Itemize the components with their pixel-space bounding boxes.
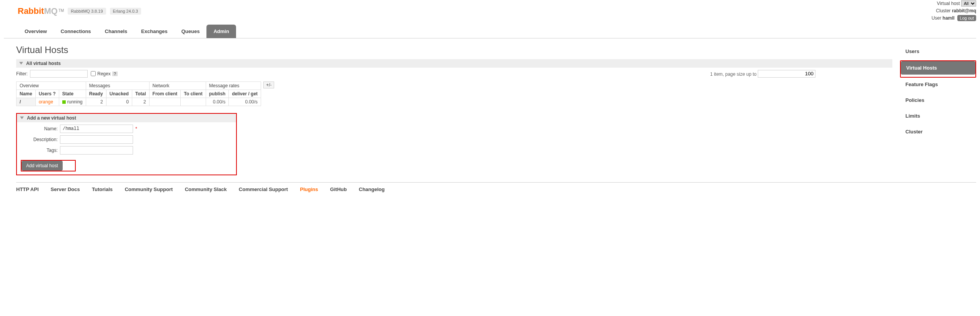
footer-changelog[interactable]: Changelog — [359, 186, 384, 192]
tab-connections[interactable]: Connections — [54, 25, 98, 38]
running-status-icon — [62, 100, 66, 104]
header-right: Virtual host All Cluster rabbit@mq User … — [932, 0, 976, 22]
description-label: Description: — [17, 137, 60, 142]
sidebar-item-feature-flags[interactable]: Feature Flags — [900, 78, 976, 91]
col-from-client[interactable]: From client — [149, 90, 181, 98]
sidebar-item-policies[interactable]: Policies — [900, 93, 976, 107]
required-marker: * — [135, 126, 137, 131]
cluster-value: rabbit@mq — [952, 8, 976, 13]
cell-ready: 2 — [86, 98, 106, 106]
rabbitmq-version-badge: RabbitMQ 3.8.19 — [68, 8, 106, 15]
pagination-summary: 1 item, page size up to — [710, 70, 815, 78]
footer-links: HTTP API Server Docs Tutorials Community… — [16, 182, 976, 200]
footer-http-api[interactable]: HTTP API — [16, 186, 39, 192]
tab-admin[interactable]: Admin — [206, 25, 236, 38]
col-deliver-get[interactable]: deliver / get — [229, 90, 261, 98]
footer-commercial-support[interactable]: Commercial Support — [239, 186, 288, 192]
tab-exchanges[interactable]: Exchanges — [134, 25, 175, 38]
header: RabbitMQTM RabbitMQ 3.8.19 Erlang 24.0.3… — [0, 0, 980, 25]
sidebar-item-users[interactable]: Users — [900, 45, 976, 58]
page-title: Virtual Hosts — [16, 45, 892, 55]
group-rates: Message rates — [206, 81, 261, 90]
vhost-description-input[interactable] — [60, 135, 133, 144]
all-vhosts-section-header[interactable]: All virtual hosts — [16, 59, 892, 68]
regex-label: Regex — [97, 71, 111, 77]
logout-button[interactable]: Log out — [957, 15, 976, 21]
cell-users[interactable]: orange — [35, 98, 59, 106]
group-network: Network — [149, 81, 206, 90]
tab-overview[interactable]: Overview — [18, 25, 54, 38]
chevron-down-icon — [19, 62, 23, 65]
cell-to-client — [181, 98, 206, 106]
regex-checkbox[interactable] — [91, 71, 96, 76]
vhost-tags-input[interactable] — [60, 146, 133, 155]
sidebar-item-cluster[interactable]: Cluster — [900, 125, 976, 138]
col-name[interactable]: Name — [17, 90, 36, 98]
user-label: User — [932, 15, 941, 21]
col-ready[interactable]: Ready — [86, 90, 106, 98]
pagination-text: 1 item, page size up to — [710, 71, 757, 77]
logo-tm: TM — [58, 8, 64, 13]
table-row: / orange running 2 0 2 0.00/s 0.00/s — [17, 98, 261, 106]
cell-name[interactable]: / — [17, 98, 36, 106]
columns-toggle-button[interactable]: +/- — [263, 81, 274, 88]
col-total[interactable]: Total — [132, 90, 149, 98]
chevron-down-icon — [20, 116, 24, 119]
col-state[interactable]: State — [59, 90, 86, 98]
logo: RabbitMQTM — [18, 6, 64, 16]
tags-label: Tags: — [17, 148, 60, 153]
cell-total: 2 — [132, 98, 149, 106]
cell-publish: 0.00/s — [206, 98, 229, 106]
add-vhost-header[interactable]: Add a new virtual host — [17, 114, 236, 122]
vhost-select[interactable]: All — [961, 0, 976, 7]
sidebar-item-limits[interactable]: Limits — [900, 109, 976, 123]
footer-community-slack[interactable]: Community Slack — [185, 186, 227, 192]
sidebar-item-virtual-hosts[interactable]: Virtual Hosts — [901, 61, 975, 75]
add-vhost-button[interactable]: Add virtual host — [22, 161, 63, 171]
vhosts-table: Overview Messages Network Message rates … — [16, 81, 261, 106]
main-content: Virtual Hosts All virtual hosts Filter: … — [16, 45, 892, 175]
main-tabs: Overview Connections Channels Exchanges … — [4, 25, 976, 38]
name-label: Name: — [17, 126, 60, 131]
user-value: hamll — [943, 15, 955, 21]
filter-label: Filter: — [16, 71, 28, 77]
footer-server-docs[interactable]: Server Docs — [51, 186, 80, 192]
footer-plugins[interactable]: Plugins — [300, 186, 318, 192]
vhost-name-input[interactable] — [60, 125, 133, 133]
col-unacked[interactable]: Unacked — [106, 90, 132, 98]
erlang-version-badge: Erlang 24.0.3 — [110, 8, 141, 15]
cell-deliver-get: 0.00/s — [229, 98, 261, 106]
logo-text-suffix: MQ — [44, 6, 57, 16]
add-vhost-title: Add a new virtual host — [27, 115, 76, 121]
footer-github[interactable]: GitHub — [330, 186, 347, 192]
logo-text: Rabbit — [18, 6, 44, 16]
admin-side-nav: Users Virtual Hosts Feature Flags Polici… — [900, 45, 976, 175]
filter-input[interactable] — [30, 70, 88, 78]
regex-help-icon[interactable]: ? — [112, 72, 118, 76]
add-vhost-section: Add a new virtual host Name: * Descripti… — [16, 113, 237, 175]
footer-tutorials[interactable]: Tutorials — [92, 186, 113, 192]
all-vhosts-label: All virtual hosts — [26, 61, 61, 66]
tab-channels[interactable]: Channels — [98, 25, 135, 38]
col-to-client[interactable]: To client — [181, 90, 206, 98]
col-publish[interactable]: publish — [206, 90, 229, 98]
col-users: Users ? — [35, 90, 59, 98]
group-overview: Overview — [17, 81, 86, 90]
cluster-label: Cluster — [936, 8, 951, 13]
users-help-icon[interactable]: ? — [53, 91, 55, 96]
cell-unacked: 0 — [106, 98, 132, 106]
group-messages: Messages — [86, 81, 149, 90]
cell-state: running — [59, 98, 86, 106]
page-size-input[interactable] — [758, 70, 815, 78]
cell-from-client — [149, 98, 181, 106]
vhost-label: Virtual host — [937, 1, 960, 6]
filter-row: Filter: Regex ? 1 item, page size up to — [16, 70, 892, 78]
tab-queues[interactable]: Queues — [175, 25, 207, 38]
footer-community-support[interactable]: Community Support — [125, 186, 173, 192]
